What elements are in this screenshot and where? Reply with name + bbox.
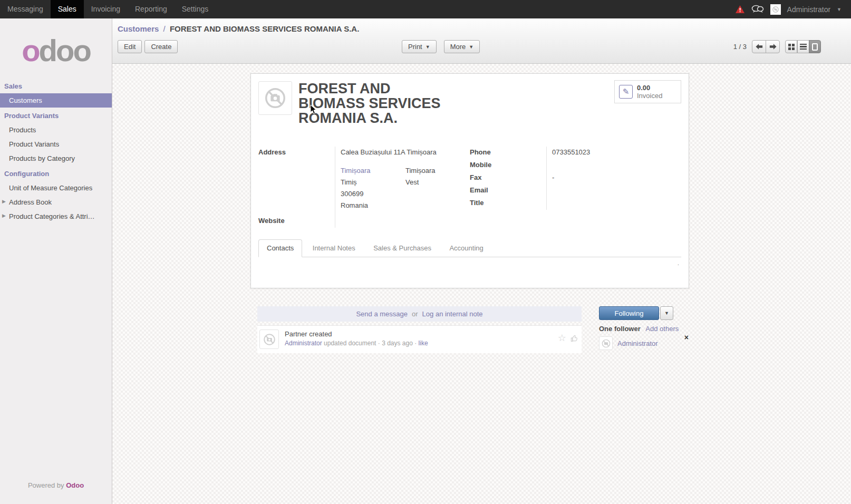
follower-avatar (599, 336, 613, 350)
sidebar-section-configuration: Configuration (0, 166, 112, 181)
toolbar: Edit Create Print▼ More▼ 1 / 3 (112, 40, 851, 54)
add-others-link[interactable]: Add others (645, 325, 679, 333)
kanban-icon (788, 44, 795, 50)
mobile-value (546, 159, 681, 172)
sidebar-item-product-variants[interactable]: Product Variants (0, 137, 112, 151)
pager-buttons (752, 40, 780, 53)
menu-invoicing[interactable]: Invoicing (84, 0, 128, 18)
message-time: 3 days ago (382, 340, 413, 347)
user-avatar[interactable] (770, 4, 781, 15)
phone-label: Phone (470, 147, 546, 159)
composer-bar: Send a message or Log an internal note (257, 306, 582, 322)
message-author-link[interactable]: Administrator (285, 340, 322, 347)
menu-reporting[interactable]: Reporting (128, 0, 175, 18)
website-label: Website (258, 215, 335, 228)
user-menu[interactable]: Administrator (787, 5, 830, 14)
send-message-link[interactable]: Send a message (356, 310, 408, 318)
star-icon[interactable]: ☆ (558, 334, 566, 342)
pager-next-button[interactable] (766, 40, 780, 53)
zip: 300699 (341, 188, 405, 200)
sidebar-section-product-variants: Product Variants (0, 108, 112, 123)
address-value: Calea Buziașului 11A Timișoara Timișoara… (335, 147, 470, 215)
pager-previous-button[interactable] (752, 40, 766, 53)
field-column-left: Address Calea Buziașului 11A Timișoara T… (258, 147, 470, 228)
create-button[interactable]: Create (144, 40, 178, 53)
invoiced-value: 0.00 (637, 84, 662, 92)
view-switcher (785, 40, 821, 53)
top-bar: Messaging Sales Invoicing Reporting Sett… (0, 0, 851, 18)
control-panel: Customers / FOREST AND BIOMASS SERVICES … (112, 18, 851, 64)
chat-bubbles-icon[interactable] (751, 5, 764, 14)
sidebar-item-products-by-category[interactable]: Products by Category (0, 151, 112, 166)
main-area: Customers / FOREST AND BIOMASS SERVICES … (112, 18, 851, 504)
mark-as-read-icon[interactable] (569, 334, 578, 345)
odoo-brand-link[interactable]: Odoo (66, 481, 84, 489)
menu-settings[interactable]: Settings (175, 0, 216, 18)
follower-item: Administrator × (599, 336, 689, 350)
street: Calea Buziașului 11A Timișoara (341, 148, 470, 156)
region: Vest (405, 177, 470, 188)
pager-counter: 1 / 3 (733, 43, 747, 51)
warning-icon[interactable] (735, 5, 745, 14)
email-label: Email (470, 185, 546, 197)
website-value (335, 215, 470, 228)
title-label: Title (470, 197, 546, 210)
or-text: or (412, 310, 418, 318)
phone-value: 0733551023 (546, 147, 681, 159)
meta-separator: · (378, 340, 380, 347)
message-thread: Send a message or Log an internal note P… (257, 306, 582, 353)
followers-panel: Following ▼ One follower Add others Admi… (599, 306, 689, 350)
expand-arrow-icon[interactable]: ▶ (2, 199, 6, 204)
print-button[interactable]: Print▼ (402, 40, 437, 53)
content-area: FOREST AND BIOMASS SERVICES ROMANIA S.A.… (112, 64, 851, 504)
follower-name-link[interactable]: Administrator (617, 340, 658, 347)
field-group: Address Calea Buziașului 11A Timișoara T… (258, 147, 681, 228)
remove-follower-button[interactable]: × (684, 333, 689, 342)
city-link[interactable]: Timișoara (341, 165, 405, 177)
invoiced-label: Invoiced (637, 92, 662, 100)
list-view-button[interactable] (797, 40, 809, 53)
title-value (546, 197, 681, 210)
sidebar-item-products[interactable]: Products (0, 123, 112, 137)
like-link[interactable]: like (419, 340, 428, 347)
menu-sales[interactable]: Sales (51, 0, 84, 18)
following-button[interactable]: Following (599, 306, 659, 320)
log-internal-note-link[interactable]: Log an internal note (422, 310, 483, 318)
notebook-tabs: Contacts Internal Notes Sales & Purchase… (258, 239, 681, 257)
kanban-view-button[interactable] (785, 40, 797, 53)
more-button[interactable]: More▼ (444, 40, 480, 53)
form-icon (812, 43, 818, 51)
sidebar-item-address-book[interactable]: ▶Address Book (0, 195, 112, 209)
breadcrumb-current: FOREST AND BIOMASS SERVICES ROMANIA S.A. (170, 24, 359, 33)
tab-sales-purchases[interactable]: Sales & Purchases (365, 240, 439, 257)
tab-contacts[interactable]: Contacts (258, 239, 302, 257)
expand-arrow-icon[interactable]: ▶ (2, 213, 6, 218)
invoiced-stat-button[interactable]: ✎ 0.00 Invoiced (614, 80, 681, 103)
following-dropdown-button[interactable]: ▼ (660, 306, 673, 320)
breadcrumb-separator: / (161, 24, 168, 33)
fax-value: - (546, 172, 681, 185)
menu-messaging[interactable]: Messaging (0, 0, 51, 18)
message-title: Partner created (285, 329, 558, 338)
contacts-tab-content: . (258, 257, 681, 280)
message-author-avatar (259, 329, 279, 349)
chevron-down-icon: ▼ (469, 44, 473, 50)
country: Romania (341, 200, 405, 211)
form-sheet: FOREST AND BIOMASS SERVICES ROMANIA S.A.… (250, 73, 689, 288)
edit-button[interactable]: Edit (118, 40, 142, 53)
tab-accounting[interactable]: Accounting (441, 240, 491, 257)
tab-internal-notes[interactable]: Internal Notes (305, 240, 363, 257)
sidebar-item-product-categories[interactable]: ▶Product Categories & Attri… (0, 209, 112, 224)
chevron-down-icon[interactable]: ▼ (837, 7, 842, 12)
address-label: Address (258, 147, 335, 215)
partner-image[interactable] (258, 81, 292, 115)
tab-content-dot: . (678, 259, 679, 267)
list-icon (800, 44, 807, 50)
form-view-button[interactable] (809, 40, 821, 53)
odoo-app: Messaging Sales Invoicing Reporting Sett… (0, 0, 851, 504)
sidebar-item-customers[interactable]: Customers (0, 93, 112, 108)
meta-separator: · (414, 340, 417, 347)
sidebar-item-unit-of-measure-categories[interactable]: Unit of Measure Categories (0, 181, 112, 195)
email-value (546, 185, 681, 197)
breadcrumb-customers[interactable]: Customers (118, 24, 159, 33)
